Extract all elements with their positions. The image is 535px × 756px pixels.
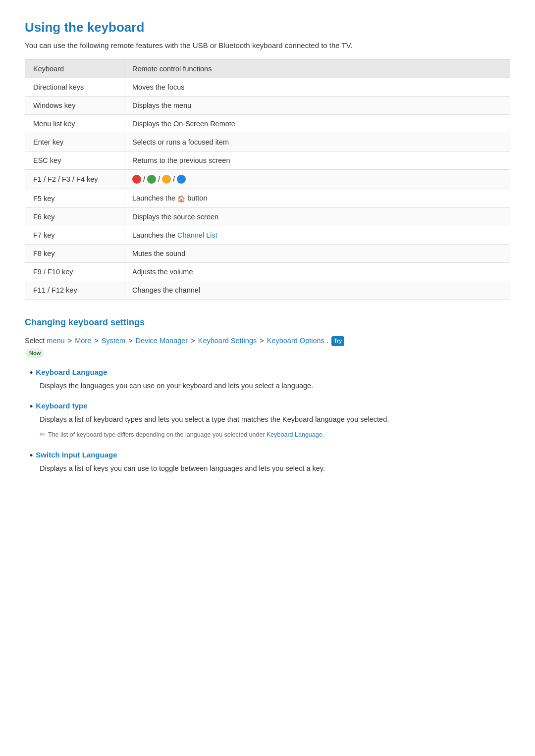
function-cell: / / /: [124, 170, 510, 189]
keyboard-key-cell: Directional keys: [25, 78, 124, 97]
switch-input-desc: Displays a list of keys you can use to t…: [30, 463, 510, 474]
breadcrumb-keyboard-settings[interactable]: Keyboard Settings: [198, 337, 257, 345]
breadcrumb-keyboard-options[interactable]: Keyboard Options: [267, 337, 324, 345]
bullet-icon-2: •: [30, 402, 33, 412]
keyboard-key-cell: F9 / F10 key: [25, 262, 124, 281]
color-circle-1: [147, 175, 156, 184]
pencil-icon: ✏: [40, 431, 45, 438]
switch-input-title: Switch Input Language: [36, 451, 117, 459]
keyboard-key-cell: Menu list key: [25, 115, 124, 133]
page-subtitle: You can use the following remote feature…: [25, 41, 510, 50]
breadcrumb-separator-end: .: [326, 337, 330, 345]
breadcrumb-menu[interactable]: menu: [47, 337, 64, 345]
list-item-keyboard-type: • Keyboard type Displays a list of keybo…: [30, 402, 510, 444]
try-now-badge[interactable]: Try: [331, 336, 345, 346]
keyboard-language-desc: Displays the languages you can use on yo…: [30, 380, 510, 392]
keyboard-key-cell: F11 / F12 key: [25, 281, 124, 299]
breadcrumb: Select menu > More > System > Device Man…: [25, 335, 510, 359]
table-row: F1 / F2 / F3 / F4 key / / /: [25, 170, 510, 189]
note-link[interactable]: Keyboard Language: [267, 431, 322, 438]
list-item-switch-input: • Switch Input Language Displays a list …: [30, 451, 510, 477]
keyboard-key-cell: F1 / F2 / F3 / F4 key: [25, 170, 124, 189]
table-row: Menu list keyDisplays the On-Screen Remo…: [25, 115, 510, 133]
function-cell: Changes the channel: [124, 281, 510, 299]
keyboard-key-cell: F8 key: [25, 244, 124, 262]
keyboard-language-title: Keyboard Language: [36, 368, 107, 376]
keyboard-key-cell: F5 key: [25, 189, 124, 208]
color-circle-3: [177, 175, 186, 184]
function-cell: Returns to the previous screen: [124, 151, 510, 170]
note-text: The list of keyboard type differs depend…: [48, 430, 324, 440]
keyboard-key-cell: F6 key: [25, 207, 124, 226]
keyboard-type-title: Keyboard type: [36, 402, 87, 410]
keyboard-key-cell: Enter key: [25, 133, 124, 151]
home-icon: 🏠: [177, 195, 185, 202]
now-badge[interactable]: Now: [26, 349, 44, 358]
table-row: Directional keysMoves the focus: [25, 78, 510, 97]
bullet-icon: •: [30, 368, 33, 378]
function-cell: Selects or runs a focused item: [124, 133, 510, 151]
page-title: Using the keyboard: [25, 20, 510, 35]
channel-list-link[interactable]: Channel List: [177, 231, 217, 239]
function-cell: Displays the On-Screen Remote: [124, 115, 510, 133]
breadcrumb-system[interactable]: System: [102, 337, 125, 345]
table-row: F5 keyLaunches the 🏠 button: [25, 189, 510, 208]
table-row: ESC keyReturns to the previous screen: [25, 151, 510, 170]
function-cell: Displays the source screen: [124, 207, 510, 226]
function-cell: Launches the Channel List: [124, 226, 510, 244]
function-cell: Adjusts the volume: [124, 262, 510, 281]
keyboard-key-cell: ESC key: [25, 151, 124, 170]
colored-circles: / / /: [132, 175, 186, 184]
keyboard-key-cell: F7 key: [25, 226, 124, 244]
keyboard-key-cell: Windows key: [25, 97, 124, 115]
breadcrumb-more[interactable]: More: [75, 337, 91, 345]
color-circle-2: [162, 175, 171, 184]
table-row: F11 / F12 keyChanges the channel: [25, 281, 510, 299]
function-cell: Displays the menu: [124, 97, 510, 115]
bullet-icon-3: •: [30, 451, 33, 461]
breadcrumb-device-manager[interactable]: Device Manager: [136, 337, 188, 345]
table-row: F6 keyDisplays the source screen: [25, 207, 510, 226]
function-cell: Mutes the sound: [124, 244, 510, 262]
table-row: F7 keyLaunches the Channel List: [25, 226, 510, 244]
list-item-keyboard-language: • Keyboard Language Displays the languag…: [30, 368, 510, 395]
table-row: Enter keySelects or runs a focused item: [25, 133, 510, 151]
col-keyboard-header: Keyboard: [25, 60, 124, 78]
color-circle-0: [132, 175, 141, 184]
function-cell: Launches the 🏠 button: [124, 189, 510, 208]
table-row: F8 keyMutes the sound: [25, 244, 510, 262]
col-functions-header: Remote control functions: [124, 60, 510, 78]
settings-list: • Keyboard Language Displays the languag…: [25, 368, 510, 477]
table-row: F9 / F10 keyAdjusts the volume: [25, 262, 510, 281]
breadcrumb-prefix: Select: [25, 337, 45, 345]
keyboard-type-note: ✏ The list of keyboard type differs depe…: [30, 430, 510, 440]
function-cell: Moves the focus: [124, 78, 510, 97]
section2-title: Changing keyboard settings: [25, 317, 510, 328]
table-row: Windows keyDisplays the menu: [25, 97, 510, 115]
keyboard-table: Keyboard Remote control functions Direct…: [25, 59, 510, 300]
keyboard-type-desc: Displays a list of keyboard types and le…: [30, 414, 510, 425]
